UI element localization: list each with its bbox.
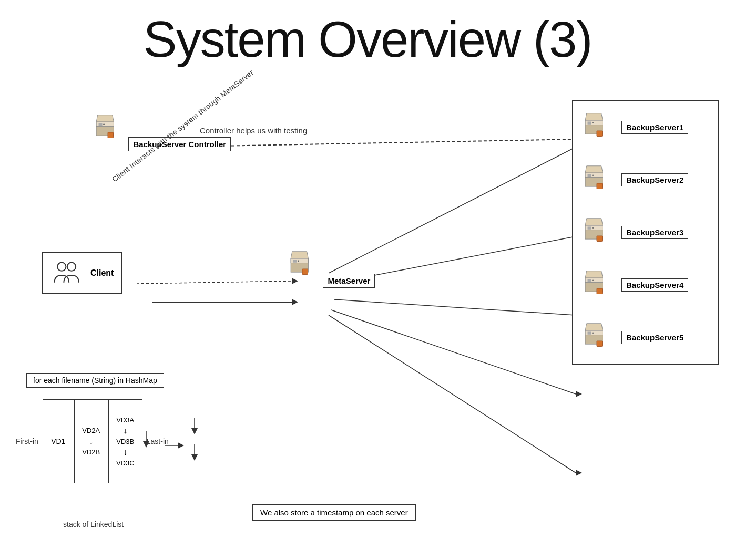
backupserver3-label: BackupServer3 xyxy=(621,226,688,239)
backupserver5-icon xyxy=(578,319,615,356)
metaserver-label: MetaServer xyxy=(323,274,375,288)
svg-line-14 xyxy=(329,315,576,473)
controller-text: Controller helps us with testing xyxy=(200,126,307,135)
backupserver3-item: BackupServer3 xyxy=(578,214,713,251)
stack-container: First-in VD1 VD2A ↓ VD2B VD3A ↓ VD3B ↓ V… xyxy=(16,399,169,483)
svg-rect-28 xyxy=(99,123,103,126)
client-container: Client xyxy=(42,252,122,294)
svg-rect-54 xyxy=(588,227,591,230)
svg-point-32 xyxy=(57,263,66,271)
svg-rect-45 xyxy=(597,131,603,137)
svg-rect-66 xyxy=(588,332,591,335)
svg-rect-60 xyxy=(588,279,591,282)
vd3a-label: VD3A xyxy=(116,416,134,424)
svg-rect-51 xyxy=(597,183,603,189)
first-in-label: First-in xyxy=(16,437,38,445)
backupserver4-item: BackupServer4 xyxy=(578,266,713,303)
svg-rect-63 xyxy=(597,288,603,294)
controller-server-icon xyxy=(89,110,126,147)
last-in-label: Last-in xyxy=(147,437,169,445)
svg-rect-29 xyxy=(103,123,105,125)
svg-rect-31 xyxy=(108,132,114,138)
page-title: System Overview (3) xyxy=(0,0,735,68)
vd1-box: VD1 xyxy=(43,399,74,483)
backupserver3-icon xyxy=(578,214,615,251)
client-label: Client xyxy=(90,268,114,278)
backupserver4-label: BackupServer4 xyxy=(621,278,688,292)
svg-marker-19 xyxy=(178,442,184,449)
stack-bottom-label: stack of LinkedList xyxy=(63,520,124,528)
svg-marker-15 xyxy=(576,470,582,476)
vd3b-label: VD3B xyxy=(116,438,134,445)
metaserver-container: MetaServer xyxy=(284,247,375,288)
svg-rect-39 xyxy=(302,269,308,275)
svg-marker-3 xyxy=(292,299,298,305)
svg-marker-25 xyxy=(191,454,198,461)
svg-rect-55 xyxy=(592,227,594,229)
svg-marker-62 xyxy=(585,271,603,278)
backupserver1-item: BackupServer1 xyxy=(578,109,713,146)
backupserver1-icon xyxy=(578,109,615,146)
backupserver2-item: BackupServer2 xyxy=(578,161,713,198)
backupserver2-label: BackupServer2 xyxy=(621,173,688,186)
diagram-area: BackupServer Controller Controller helps… xyxy=(0,95,735,560)
svg-marker-56 xyxy=(585,219,603,225)
svg-marker-30 xyxy=(96,115,114,122)
svg-line-10 xyxy=(334,299,576,315)
vd2a-label: VD2A xyxy=(82,427,100,434)
svg-marker-38 xyxy=(291,252,308,258)
svg-rect-42 xyxy=(588,122,591,125)
svg-rect-67 xyxy=(592,332,594,334)
svg-marker-68 xyxy=(585,324,603,330)
timestamp-note: We also store a timestamp on each server xyxy=(252,504,416,521)
backupserver5-item: BackupServer5 xyxy=(578,319,713,356)
backup-servers-panel: BackupServer1 BackupServer2 Back xyxy=(572,100,719,365)
backupserver4-icon xyxy=(578,266,615,303)
vd3-col: VD3A ↓ VD3B ↓ VD3C xyxy=(108,399,142,483)
svg-rect-57 xyxy=(597,236,603,242)
svg-line-12 xyxy=(331,310,576,394)
svg-rect-43 xyxy=(592,122,594,123)
vd1-label: VD1 xyxy=(51,437,65,445)
svg-rect-49 xyxy=(592,174,594,176)
backupserver2-icon xyxy=(578,161,615,198)
svg-rect-69 xyxy=(597,341,603,347)
svg-marker-44 xyxy=(585,113,603,120)
svg-rect-37 xyxy=(298,260,299,262)
client-people-icon xyxy=(51,258,85,287)
vd2b-label: VD2B xyxy=(82,448,100,456)
svg-rect-48 xyxy=(588,174,591,177)
vd2-col: VD2A ↓ VD2B xyxy=(74,399,108,483)
bsc-label: BackupServer Controller xyxy=(128,137,231,151)
svg-marker-23 xyxy=(191,428,198,434)
svg-rect-61 xyxy=(592,279,594,281)
svg-point-33 xyxy=(67,263,76,271)
svg-line-4 xyxy=(137,281,292,284)
metaserver-icon xyxy=(284,247,321,284)
backupserver5-label: BackupServer5 xyxy=(621,331,688,344)
backupserver1-label: BackupServer1 xyxy=(621,121,688,134)
svg-marker-13 xyxy=(576,391,582,397)
svg-rect-36 xyxy=(293,260,297,263)
svg-marker-50 xyxy=(585,166,603,173)
vd3c-label: VD3C xyxy=(116,459,135,467)
hashmap-note: for each filename (String) in HashMap xyxy=(26,373,164,388)
